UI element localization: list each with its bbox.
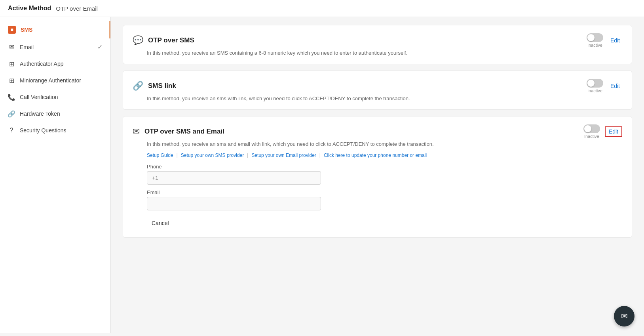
otp-sms-title: OTP over SMS	[148, 36, 194, 44]
sidebar-item-sms[interactable]: ■ SMS	[0, 21, 110, 38]
otp-sms-email-controls: Inactive Edit	[583, 124, 622, 139]
sidebar-item-hardware-token[interactable]: 🔗 Hardware Token	[0, 105, 110, 122]
otp-sms-email-toggle-area: Inactive	[583, 124, 600, 139]
phone-input[interactable]	[147, 171, 321, 185]
method-title-area-otp-sms: 💬 OTP over SMS	[133, 35, 194, 46]
sidebar-item-authenticator-app[interactable]: ⊞ Authenticator App	[0, 55, 110, 72]
email-icon: ✉	[8, 44, 15, 51]
update-phone-email-link[interactable]: Click here to update your phone number o…	[324, 153, 427, 158]
sms-icon: ■	[8, 26, 16, 34]
cancel-button[interactable]: Cancel	[147, 217, 174, 229]
sidebar-label-hardware-token: Hardware Token	[20, 111, 60, 117]
fab-button[interactable]: ✉	[614, 306, 635, 326]
method-header-otp-sms-email: ✉ OTP over SMS and Email Inactive Edit	[133, 124, 622, 139]
security-questions-icon: ?	[8, 127, 15, 134]
hardware-token-icon: 🔗	[8, 110, 15, 117]
email-form-row: Email	[147, 189, 622, 210]
email-input[interactable]	[147, 197, 321, 210]
sidebar-item-email[interactable]: ✉ Email ✓	[0, 38, 110, 55]
sms-link-toggle[interactable]	[587, 79, 603, 88]
method-title-area-sms-link: 🔗 SMS link	[133, 81, 176, 91]
setup-guide-link[interactable]: Setup Guide	[147, 153, 173, 158]
sms-link-toggle-label: Inactive	[587, 88, 602, 93]
otp-sms-email-edit-button[interactable]: Edit	[605, 126, 622, 137]
check-icon: ✓	[97, 43, 103, 51]
authenticator-app-icon: ⊞	[8, 60, 15, 67]
layout: ■ SMS ✉ Email ✓ ⊞ Authenticator App ⊞ Mi…	[0, 17, 644, 333]
sidebar-label-authenticator-app: Authenticator App	[20, 61, 64, 67]
sidebar-label-security-questions: Security Questions	[20, 127, 66, 134]
otp-sms-edit-button[interactable]: Edit	[608, 36, 622, 45]
sidebar-item-call-verification[interactable]: 📞 Call Verification	[0, 89, 110, 105]
sms-link-description: In this method, you receive an sms with …	[147, 95, 622, 101]
otp-sms-email-form: Phone Email Cancel	[147, 164, 622, 229]
method-header-otp-sms: 💬 OTP over SMS Inactive Edit	[133, 33, 622, 48]
otp-sms-toggle-area: Inactive	[587, 33, 603, 48]
sms-link-icon: 🔗	[133, 81, 143, 91]
sidebar-label-sms: SMS	[21, 27, 32, 33]
link-sep-3: |	[319, 153, 321, 158]
link-sep-2: |	[247, 153, 248, 158]
miniorange-icon: ⊞	[8, 77, 15, 84]
sidebar-item-miniorange-authenticator[interactable]: ⊞ Miniorange Authenticator	[0, 72, 110, 89]
method-card-otp-sms-email: ✉ OTP over SMS and Email Inactive Edit I…	[123, 116, 632, 238]
otp-sms-email-icon: ✉	[133, 126, 140, 137]
header: Active Method OTP over Email	[0, 0, 644, 17]
sms-link-title: SMS link	[148, 82, 176, 90]
otp-sms-icon: 💬	[133, 35, 143, 46]
active-method-label: Active Method	[8, 5, 51, 12]
phone-form-row: Phone	[147, 164, 622, 185]
email-form-label: Email	[147, 189, 622, 195]
otp-sms-email-links: Setup Guide | Setup your own SMS provide…	[147, 153, 622, 158]
sidebar-label-miniorange: Miniorange Authenticator	[20, 77, 81, 84]
fab-icon: ✉	[621, 311, 628, 321]
otp-sms-description: In this method, you receive an SMS conta…	[147, 50, 622, 56]
otp-sms-email-toggle-label: Inactive	[584, 134, 599, 139]
method-title-area-otp-sms-email: ✉ OTP over SMS and Email	[133, 126, 224, 137]
main-content: 💬 OTP over SMS Inactive Edit In this met…	[111, 17, 644, 333]
otp-sms-email-description: In this method, you receive an sms and e…	[147, 141, 622, 147]
call-icon: 📞	[8, 94, 15, 101]
link-sep-1: |	[177, 153, 178, 158]
sidebar-item-security-questions[interactable]: ? Security Questions	[0, 122, 110, 139]
sms-link-controls: Inactive Edit	[587, 79, 622, 93]
method-card-otp-sms: 💬 OTP over SMS Inactive Edit In this met…	[123, 25, 632, 64]
sms-link-toggle-area: Inactive	[587, 79, 603, 93]
method-card-sms-link: 🔗 SMS link Inactive Edit In this method,…	[123, 71, 632, 110]
sidebar: ■ SMS ✉ Email ✓ ⊞ Authenticator App ⊞ Mi…	[0, 17, 111, 333]
sms-link-edit-button[interactable]: Edit	[608, 81, 622, 91]
active-method-value: OTP over Email	[56, 5, 98, 12]
sidebar-label-email: Email	[20, 44, 34, 50]
method-header-sms-link: 🔗 SMS link Inactive Edit	[133, 79, 622, 93]
setup-sms-provider-link[interactable]: Setup your own SMS provider	[181, 153, 244, 158]
otp-sms-email-title: OTP over SMS and Email	[144, 128, 224, 136]
sidebar-label-call: Call Verification	[20, 94, 58, 100]
otp-sms-toggle[interactable]	[587, 33, 603, 42]
otp-sms-email-toggle[interactable]	[583, 124, 600, 133]
setup-email-provider-link[interactable]: Setup your own Email provider	[251, 153, 316, 158]
otp-sms-controls: Inactive Edit	[587, 33, 622, 48]
otp-sms-toggle-label: Inactive	[587, 43, 602, 48]
phone-label: Phone	[147, 164, 622, 170]
